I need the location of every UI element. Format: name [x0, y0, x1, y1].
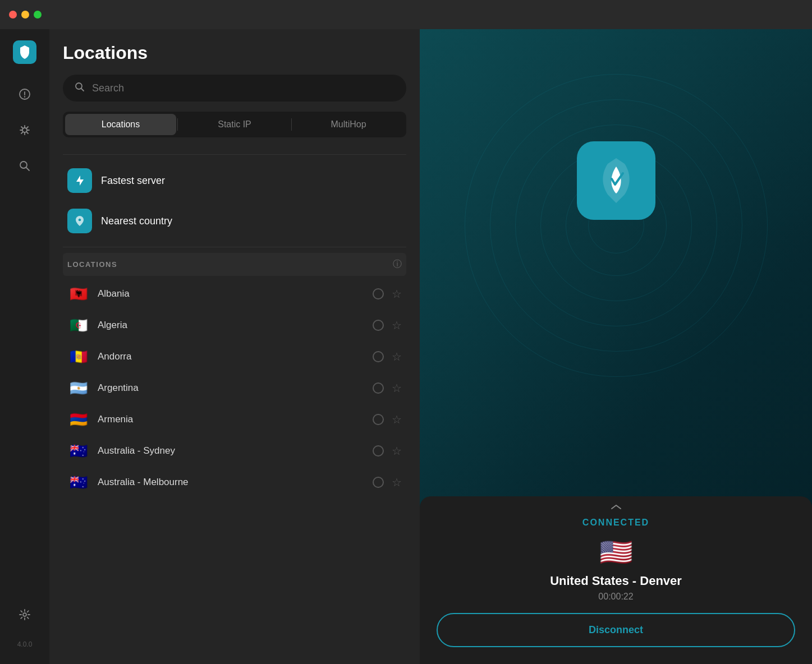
select-radio[interactable]	[373, 414, 384, 425]
select-radio[interactable]	[373, 445, 384, 457]
tab-divider-1	[177, 118, 178, 131]
flag-armenia: 🇦🇲	[67, 412, 90, 427]
table-row[interactable]: 🇦🇺 Australia - Melbourne ☆	[63, 467, 406, 498]
connected-server-name: United States - Denver	[437, 574, 795, 588]
section-divider-top	[63, 154, 406, 155]
search-input[interactable]	[92, 82, 395, 94]
flag-argentina: 🇦🇷	[67, 380, 90, 396]
card-handle[interactable]	[437, 496, 795, 518]
country-list: 🇦🇱 Albania ☆ 🇩🇿 Algeria ☆ 🇦🇩 Andorra	[63, 278, 406, 664]
table-row[interactable]: 🇦🇺 Australia - Sydney ☆	[63, 435, 406, 467]
location-panel: Locations Locations Static IP MultiHop	[49, 29, 420, 664]
select-radio[interactable]	[373, 477, 384, 488]
connected-card: CONNECTED 🇺🇸 United States - Denver 00:0…	[420, 496, 812, 664]
search-bar	[63, 75, 406, 102]
locations-section-header: LOCATIONS ⓘ	[63, 253, 406, 276]
country-name: Armenia	[98, 414, 365, 425]
fastest-server-entry[interactable]: Fastest server	[63, 160, 406, 201]
disconnect-button[interactable]: Disconnect	[437, 613, 795, 647]
alert-nav-icon[interactable]	[15, 84, 35, 104]
country-actions: ☆	[373, 350, 402, 363]
favorite-star[interactable]: ☆	[392, 381, 402, 395]
country-actions: ☆	[373, 444, 402, 458]
settings-nav-icon[interactable]	[15, 605, 35, 625]
table-row[interactable]: 🇦🇲 Armenia ☆	[63, 404, 406, 435]
svg-point-4	[76, 83, 82, 89]
rings-background	[448, 57, 785, 394]
connected-status-label: CONNECTED	[437, 518, 795, 528]
titlebar	[0, 0, 812, 29]
flag-australia-sydney: 🇦🇺	[67, 443, 90, 459]
fastest-server-icon	[67, 168, 92, 193]
favorite-star[interactable]: ☆	[392, 413, 402, 426]
panel-title: Locations	[63, 43, 406, 63]
favorite-star[interactable]: ☆	[392, 319, 402, 332]
country-actions: ☆	[373, 287, 402, 301]
select-radio[interactable]	[373, 382, 384, 394]
tab-divider-2	[291, 118, 292, 131]
select-radio[interactable]	[373, 320, 384, 331]
ring-6	[465, 74, 768, 377]
select-radio[interactable]	[373, 288, 384, 299]
vpn-logo	[577, 141, 655, 220]
table-row[interactable]: 🇦🇱 Albania ☆	[63, 278, 406, 310]
country-name: Algeria	[98, 320, 365, 331]
table-row[interactable]: 🇦🇩 Andorra ☆	[63, 341, 406, 372]
sidebar: 4.0.0	[0, 29, 49, 664]
app-logo[interactable]	[13, 40, 36, 64]
close-button[interactable]	[9, 11, 17, 19]
svg-point-6	[79, 219, 81, 222]
table-row[interactable]: 🇩🇿 Algeria ☆	[63, 310, 406, 341]
nearest-country-entry[interactable]: Nearest country	[63, 201, 406, 241]
flag-albania: 🇦🇱	[67, 286, 90, 302]
table-row[interactable]: 🇦🇷 Argentina ☆	[63, 372, 406, 404]
nearest-country-icon	[67, 209, 92, 233]
country-actions: ☆	[373, 319, 402, 332]
country-actions: ☆	[373, 476, 402, 489]
version-label: 4.0.0	[17, 640, 33, 648]
search-icon	[74, 81, 85, 95]
maximize-button[interactable]	[34, 11, 42, 19]
flag-algeria: 🇩🇿	[67, 317, 90, 333]
app-body: 4.0.0 Locations Locations Static IP Mult…	[0, 29, 812, 664]
nearest-country-label: Nearest country	[101, 215, 172, 227]
flag-australia-melbourne: 🇦🇺	[67, 474, 90, 490]
flag-andorra: 🇦🇩	[67, 349, 90, 365]
privacy-search-nav-icon[interactable]	[15, 156, 35, 176]
connected-server-flag: 🇺🇸	[437, 537, 795, 568]
tab-multihop[interactable]: MultiHop	[293, 114, 404, 135]
section-divider-mid	[63, 247, 406, 247]
favorite-star[interactable]: ☆	[392, 476, 402, 489]
tab-static-ip[interactable]: Static IP	[179, 114, 290, 135]
tab-bar: Locations Static IP MultiHop	[63, 112, 406, 137]
country-actions: ☆	[373, 381, 402, 395]
info-icon[interactable]: ⓘ	[393, 259, 402, 270]
svg-point-3	[23, 613, 26, 616]
favorite-star[interactable]: ☆	[392, 444, 402, 458]
connection-timer: 00:00:22	[437, 592, 795, 602]
country-name: Australia - Sydney	[98, 445, 365, 457]
country-name: Andorra	[98, 351, 365, 362]
country-name: Albania	[98, 288, 365, 299]
country-name: Argentina	[98, 382, 365, 394]
country-actions: ☆	[373, 413, 402, 426]
select-radio[interactable]	[373, 351, 384, 362]
country-name: Australia - Melbourne	[98, 477, 365, 488]
svg-point-2	[20, 162, 27, 168]
favorite-star[interactable]: ☆	[392, 350, 402, 363]
bug-nav-icon[interactable]	[15, 120, 35, 140]
right-panel: CONNECTED 🇺🇸 United States - Denver 00:0…	[420, 29, 812, 664]
minimize-button[interactable]	[21, 11, 29, 19]
favorite-star[interactable]: ☆	[392, 287, 402, 301]
fastest-server-label: Fastest server	[101, 175, 165, 187]
tab-locations[interactable]: Locations	[65, 114, 176, 135]
locations-section-label: LOCATIONS	[67, 260, 117, 269]
